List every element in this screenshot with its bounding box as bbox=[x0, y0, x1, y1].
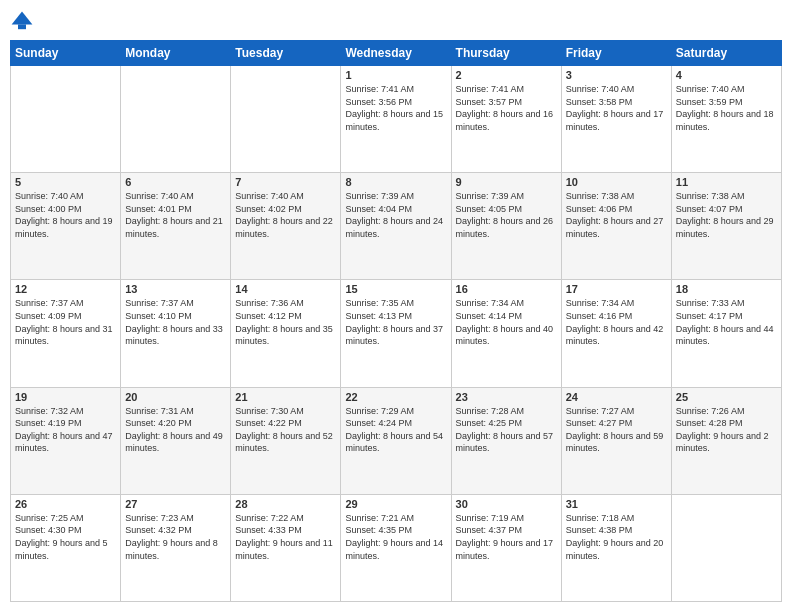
weekday-thursday: Thursday bbox=[451, 41, 561, 66]
day-info: Sunrise: 7:23 AM Sunset: 4:32 PM Dayligh… bbox=[125, 512, 226, 562]
calendar-cell: 8Sunrise: 7:39 AM Sunset: 4:04 PM Daylig… bbox=[341, 173, 451, 280]
weekday-tuesday: Tuesday bbox=[231, 41, 341, 66]
svg-rect-1 bbox=[18, 24, 26, 29]
day-number: 1 bbox=[345, 69, 446, 81]
day-info: Sunrise: 7:40 AM Sunset: 3:59 PM Dayligh… bbox=[676, 83, 777, 133]
day-number: 28 bbox=[235, 498, 336, 510]
calendar-cell: 9Sunrise: 7:39 AM Sunset: 4:05 PM Daylig… bbox=[451, 173, 561, 280]
calendar-cell: 4Sunrise: 7:40 AM Sunset: 3:59 PM Daylig… bbox=[671, 66, 781, 173]
calendar-cell: 18Sunrise: 7:33 AM Sunset: 4:17 PM Dayli… bbox=[671, 280, 781, 387]
day-number: 9 bbox=[456, 176, 557, 188]
weekday-header-row: SundayMondayTuesdayWednesdayThursdayFrid… bbox=[11, 41, 782, 66]
day-info: Sunrise: 7:27 AM Sunset: 4:27 PM Dayligh… bbox=[566, 405, 667, 455]
calendar-row: 26Sunrise: 7:25 AM Sunset: 4:30 PM Dayli… bbox=[11, 494, 782, 601]
day-info: Sunrise: 7:32 AM Sunset: 4:19 PM Dayligh… bbox=[15, 405, 116, 455]
calendar-row: 19Sunrise: 7:32 AM Sunset: 4:19 PM Dayli… bbox=[11, 387, 782, 494]
day-number: 29 bbox=[345, 498, 446, 510]
day-info: Sunrise: 7:41 AM Sunset: 3:56 PM Dayligh… bbox=[345, 83, 446, 133]
day-number: 13 bbox=[125, 283, 226, 295]
day-number: 21 bbox=[235, 391, 336, 403]
day-info: Sunrise: 7:33 AM Sunset: 4:17 PM Dayligh… bbox=[676, 297, 777, 347]
day-number: 14 bbox=[235, 283, 336, 295]
day-info: Sunrise: 7:37 AM Sunset: 4:10 PM Dayligh… bbox=[125, 297, 226, 347]
calendar-cell: 13Sunrise: 7:37 AM Sunset: 4:10 PM Dayli… bbox=[121, 280, 231, 387]
day-number: 22 bbox=[345, 391, 446, 403]
day-info: Sunrise: 7:31 AM Sunset: 4:20 PM Dayligh… bbox=[125, 405, 226, 455]
day-info: Sunrise: 7:36 AM Sunset: 4:12 PM Dayligh… bbox=[235, 297, 336, 347]
logo-icon bbox=[10, 10, 34, 34]
calendar-cell: 3Sunrise: 7:40 AM Sunset: 3:58 PM Daylig… bbox=[561, 66, 671, 173]
calendar-row: 1Sunrise: 7:41 AM Sunset: 3:56 PM Daylig… bbox=[11, 66, 782, 173]
calendar-cell bbox=[121, 66, 231, 173]
day-number: 12 bbox=[15, 283, 116, 295]
calendar-cell: 23Sunrise: 7:28 AM Sunset: 4:25 PM Dayli… bbox=[451, 387, 561, 494]
calendar-cell: 7Sunrise: 7:40 AM Sunset: 4:02 PM Daylig… bbox=[231, 173, 341, 280]
calendar-cell: 6Sunrise: 7:40 AM Sunset: 4:01 PM Daylig… bbox=[121, 173, 231, 280]
calendar-cell: 5Sunrise: 7:40 AM Sunset: 4:00 PM Daylig… bbox=[11, 173, 121, 280]
calendar-cell: 25Sunrise: 7:26 AM Sunset: 4:28 PM Dayli… bbox=[671, 387, 781, 494]
day-info: Sunrise: 7:22 AM Sunset: 4:33 PM Dayligh… bbox=[235, 512, 336, 562]
calendar-cell: 27Sunrise: 7:23 AM Sunset: 4:32 PM Dayli… bbox=[121, 494, 231, 601]
day-info: Sunrise: 7:40 AM Sunset: 3:58 PM Dayligh… bbox=[566, 83, 667, 133]
calendar-cell: 14Sunrise: 7:36 AM Sunset: 4:12 PM Dayli… bbox=[231, 280, 341, 387]
day-number: 26 bbox=[15, 498, 116, 510]
day-info: Sunrise: 7:34 AM Sunset: 4:14 PM Dayligh… bbox=[456, 297, 557, 347]
day-info: Sunrise: 7:41 AM Sunset: 3:57 PM Dayligh… bbox=[456, 83, 557, 133]
calendar-cell: 15Sunrise: 7:35 AM Sunset: 4:13 PM Dayli… bbox=[341, 280, 451, 387]
day-number: 5 bbox=[15, 176, 116, 188]
day-number: 23 bbox=[456, 391, 557, 403]
calendar-cell: 26Sunrise: 7:25 AM Sunset: 4:30 PM Dayli… bbox=[11, 494, 121, 601]
day-info: Sunrise: 7:40 AM Sunset: 4:00 PM Dayligh… bbox=[15, 190, 116, 240]
calendar-cell: 22Sunrise: 7:29 AM Sunset: 4:24 PM Dayli… bbox=[341, 387, 451, 494]
calendar-cell: 21Sunrise: 7:30 AM Sunset: 4:22 PM Dayli… bbox=[231, 387, 341, 494]
day-info: Sunrise: 7:35 AM Sunset: 4:13 PM Dayligh… bbox=[345, 297, 446, 347]
day-info: Sunrise: 7:26 AM Sunset: 4:28 PM Dayligh… bbox=[676, 405, 777, 455]
calendar-cell: 16Sunrise: 7:34 AM Sunset: 4:14 PM Dayli… bbox=[451, 280, 561, 387]
calendar-cell: 2Sunrise: 7:41 AM Sunset: 3:57 PM Daylig… bbox=[451, 66, 561, 173]
day-info: Sunrise: 7:29 AM Sunset: 4:24 PM Dayligh… bbox=[345, 405, 446, 455]
calendar-cell: 12Sunrise: 7:37 AM Sunset: 4:09 PM Dayli… bbox=[11, 280, 121, 387]
day-number: 16 bbox=[456, 283, 557, 295]
day-info: Sunrise: 7:18 AM Sunset: 4:38 PM Dayligh… bbox=[566, 512, 667, 562]
day-info: Sunrise: 7:38 AM Sunset: 4:06 PM Dayligh… bbox=[566, 190, 667, 240]
day-info: Sunrise: 7:39 AM Sunset: 4:04 PM Dayligh… bbox=[345, 190, 446, 240]
calendar-cell: 19Sunrise: 7:32 AM Sunset: 4:19 PM Dayli… bbox=[11, 387, 121, 494]
day-info: Sunrise: 7:21 AM Sunset: 4:35 PM Dayligh… bbox=[345, 512, 446, 562]
weekday-monday: Monday bbox=[121, 41, 231, 66]
day-info: Sunrise: 7:40 AM Sunset: 4:02 PM Dayligh… bbox=[235, 190, 336, 240]
day-number: 18 bbox=[676, 283, 777, 295]
calendar-row: 5Sunrise: 7:40 AM Sunset: 4:00 PM Daylig… bbox=[11, 173, 782, 280]
day-info: Sunrise: 7:19 AM Sunset: 4:37 PM Dayligh… bbox=[456, 512, 557, 562]
day-info: Sunrise: 7:38 AM Sunset: 4:07 PM Dayligh… bbox=[676, 190, 777, 240]
day-number: 6 bbox=[125, 176, 226, 188]
day-number: 7 bbox=[235, 176, 336, 188]
logo bbox=[10, 10, 38, 34]
day-info: Sunrise: 7:25 AM Sunset: 4:30 PM Dayligh… bbox=[15, 512, 116, 562]
day-number: 2 bbox=[456, 69, 557, 81]
calendar-row: 12Sunrise: 7:37 AM Sunset: 4:09 PM Dayli… bbox=[11, 280, 782, 387]
day-number: 20 bbox=[125, 391, 226, 403]
calendar-cell: 28Sunrise: 7:22 AM Sunset: 4:33 PM Dayli… bbox=[231, 494, 341, 601]
day-number: 25 bbox=[676, 391, 777, 403]
day-number: 19 bbox=[15, 391, 116, 403]
weekday-sunday: Sunday bbox=[11, 41, 121, 66]
calendar-cell: 10Sunrise: 7:38 AM Sunset: 4:06 PM Dayli… bbox=[561, 173, 671, 280]
calendar-cell: 30Sunrise: 7:19 AM Sunset: 4:37 PM Dayli… bbox=[451, 494, 561, 601]
calendar-cell: 24Sunrise: 7:27 AM Sunset: 4:27 PM Dayli… bbox=[561, 387, 671, 494]
svg-marker-0 bbox=[12, 12, 33, 25]
day-info: Sunrise: 7:37 AM Sunset: 4:09 PM Dayligh… bbox=[15, 297, 116, 347]
calendar-cell: 11Sunrise: 7:38 AM Sunset: 4:07 PM Dayli… bbox=[671, 173, 781, 280]
calendar-cell: 31Sunrise: 7:18 AM Sunset: 4:38 PM Dayli… bbox=[561, 494, 671, 601]
day-number: 30 bbox=[456, 498, 557, 510]
calendar-page: SundayMondayTuesdayWednesdayThursdayFrid… bbox=[0, 0, 792, 612]
header bbox=[10, 10, 782, 34]
calendar-cell: 20Sunrise: 7:31 AM Sunset: 4:20 PM Dayli… bbox=[121, 387, 231, 494]
day-info: Sunrise: 7:34 AM Sunset: 4:16 PM Dayligh… bbox=[566, 297, 667, 347]
weekday-saturday: Saturday bbox=[671, 41, 781, 66]
day-info: Sunrise: 7:30 AM Sunset: 4:22 PM Dayligh… bbox=[235, 405, 336, 455]
day-number: 4 bbox=[676, 69, 777, 81]
calendar-cell bbox=[11, 66, 121, 173]
day-number: 3 bbox=[566, 69, 667, 81]
day-number: 15 bbox=[345, 283, 446, 295]
calendar-cell: 29Sunrise: 7:21 AM Sunset: 4:35 PM Dayli… bbox=[341, 494, 451, 601]
